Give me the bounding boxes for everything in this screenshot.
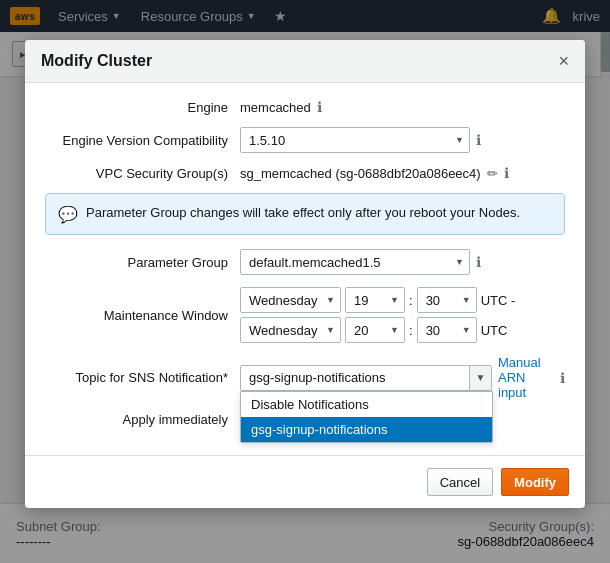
maint-min1-wrapper: 30 ▼ — [417, 287, 477, 313]
sns-arrow-button[interactable]: ▼ — [470, 365, 492, 391]
sns-dropdown-menu: Disable Notifications gsg-signup-notific… — [240, 391, 493, 443]
parameter-group-select-wrapper: default.memcached1.5 ▼ — [240, 249, 470, 275]
sns-notification-row: Topic for SNS Notification* gsg-signup-n… — [45, 355, 565, 400]
sns-option-disable[interactable]: Disable Notifications — [241, 392, 492, 417]
engine-value: memcached — [240, 100, 311, 115]
vpc-security-value-container: sg_memcached (sg-0688dbf20a086eec4) ✏ ℹ — [240, 165, 565, 181]
apply-immediately-label: Apply immediately — [45, 412, 240, 427]
manual-arn-link[interactable]: Manual ARN input — [498, 355, 554, 400]
maint-hour2-wrapper: 20 ▼ — [345, 317, 405, 343]
engine-value-container: memcached ℹ — [240, 99, 565, 115]
maint-min1-select[interactable]: 30 — [417, 287, 477, 313]
parameter-group-label: Parameter Group — [45, 255, 240, 270]
sns-dropdown-wrapper: gsg-signup-notifications ▼ Disable Notif… — [240, 365, 492, 391]
maint-colon1: : — [409, 293, 413, 308]
edit-icon[interactable]: ✏ — [487, 166, 498, 181]
vpc-security-value: sg_memcached (sg-0688dbf20a086eec4) — [240, 166, 481, 181]
maint-min2-wrapper: 30 ▼ — [417, 317, 477, 343]
maintenance-window-row: Maintenance Window Wednesday ▼ 19 — [45, 287, 565, 343]
notice-text: Parameter Group changes will take effect… — [86, 204, 520, 222]
modal-close-button[interactable]: × — [558, 52, 569, 70]
parameter-group-notice: 💬 Parameter Group changes will take effe… — [45, 193, 565, 235]
modal-title: Modify Cluster — [41, 52, 152, 70]
maint-day1-select[interactable]: Wednesday — [240, 287, 341, 313]
vpc-security-label: VPC Security Group(s) — [45, 166, 240, 181]
maint-colon2: : — [409, 323, 413, 338]
engine-version-select-wrapper: 1.5.10 ▼ — [240, 127, 470, 153]
modal-modify-button[interactable]: Modify — [501, 468, 569, 496]
maint-min2-select[interactable]: 30 — [417, 317, 477, 343]
maintenance-window-value-container: Wednesday ▼ 19 ▼ : — [240, 287, 565, 343]
engine-version-row: Engine Version Compatibility 1.5.10 ▼ ℹ — [45, 127, 565, 153]
sns-selected-value: gsg-signup-notifications — [249, 370, 386, 385]
parameter-group-select[interactable]: default.memcached1.5 — [240, 249, 470, 275]
engine-version-value-container: 1.5.10 ▼ ℹ — [240, 127, 565, 153]
notice-chat-icon: 💬 — [58, 205, 78, 224]
maint-utc2-label: UTC — [481, 323, 508, 338]
sns-label: Topic for SNS Notification* — [45, 370, 240, 385]
vpc-security-info-icon[interactable]: ℹ — [504, 165, 509, 181]
maintenance-window-label: Maintenance Window — [45, 308, 240, 323]
sns-info-icon[interactable]: ℹ — [560, 370, 565, 386]
maint-day2-wrapper: Wednesday ▼ — [240, 317, 341, 343]
parameter-group-row: Parameter Group default.memcached1.5 ▼ ℹ — [45, 249, 565, 275]
maint-hour1-select[interactable]: 19 — [345, 287, 405, 313]
engine-version-info-icon[interactable]: ℹ — [476, 132, 481, 148]
maint-day2-select[interactable]: Wednesday — [240, 317, 341, 343]
maint-hour1-wrapper: 19 ▼ — [345, 287, 405, 313]
parameter-group-info-icon[interactable]: ℹ — [476, 254, 481, 270]
parameter-group-value-container: default.memcached1.5 ▼ ℹ — [240, 249, 565, 275]
sns-option-signup[interactable]: gsg-signup-notifications — [241, 417, 492, 442]
sns-value-container: gsg-signup-notifications ▼ Disable Notif… — [240, 355, 565, 400]
maintenance-window-controls: Wednesday ▼ 19 ▼ : — [240, 287, 565, 343]
modal-footer: Cancel Modify — [25, 455, 585, 508]
vpc-security-row: VPC Security Group(s) sg_memcached (sg-0… — [45, 165, 565, 181]
maint-day1-wrapper: Wednesday ▼ — [240, 287, 341, 313]
modal-overlay: Modify Cluster × Engine memcached ℹ Engi… — [0, 0, 610, 563]
cancel-button[interactable]: Cancel — [427, 468, 493, 496]
sns-select-button[interactable]: gsg-signup-notifications — [240, 365, 470, 391]
engine-version-label: Engine Version Compatibility — [45, 133, 240, 148]
engine-row: Engine memcached ℹ — [45, 99, 565, 115]
maint-hour2-select[interactable]: 20 — [345, 317, 405, 343]
engine-version-select[interactable]: 1.5.10 — [240, 127, 470, 153]
maint-utc-label: UTC - — [481, 293, 516, 308]
modal-body: Engine memcached ℹ Engine Version Compat… — [25, 83, 585, 455]
engine-info-icon[interactable]: ℹ — [317, 99, 322, 115]
sns-select-group: gsg-signup-notifications ▼ — [240, 365, 492, 391]
modal-header: Modify Cluster × — [25, 40, 585, 83]
engine-label: Engine — [45, 100, 240, 115]
modify-cluster-modal: Modify Cluster × Engine memcached ℹ Engi… — [25, 40, 585, 508]
